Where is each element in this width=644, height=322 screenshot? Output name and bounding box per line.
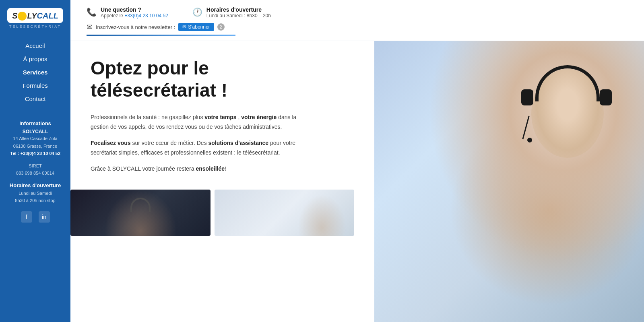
para3-end: ! bbox=[225, 165, 226, 172]
nav-formules[interactable]: Formules bbox=[0, 80, 70, 91]
envelope-small-icon: ✉ bbox=[182, 24, 186, 30]
hero-paragraph2: Focalisez vous sur votre cœur de métier.… bbox=[91, 138, 300, 158]
para1-bold2: votre énergie bbox=[241, 114, 277, 120]
siret-label: SIRET bbox=[5, 163, 66, 169]
address-line1: 14 Allée Cascade Zola bbox=[5, 135, 66, 142]
hours-line1: Lundi au Samedi bbox=[5, 190, 66, 197]
para3-bold: ensoleillée bbox=[196, 165, 225, 172]
hero-title: Optez pour le télésecrétariat ! bbox=[91, 57, 300, 101]
newsletter-label: Inscrivez-vous à notre newsletter : bbox=[96, 24, 175, 30]
nav-accueil[interactable]: Accueil bbox=[0, 41, 70, 51]
hours-title: Horaires d'ouverture bbox=[10, 182, 61, 188]
headset-right-cup bbox=[600, 89, 612, 105]
hours-sub: Lundi au Samedi : 8h30 – 20h bbox=[206, 13, 271, 19]
subscribe-label: S'abonner bbox=[188, 24, 210, 30]
logo-ly-text: LY bbox=[27, 11, 37, 21]
info-title: Informations bbox=[5, 120, 66, 126]
thumb-row bbox=[70, 190, 354, 236]
phone-sub: Appelez le +33(0)4 23 10 04 52 bbox=[101, 13, 168, 19]
hero-paragraph1: Professionnels de la santé : ne gaspille… bbox=[91, 113, 300, 132]
thumb2-person bbox=[298, 194, 346, 236]
clock-icon: 🕐 bbox=[192, 7, 202, 17]
social-links: f in bbox=[21, 211, 50, 223]
para1-pre: Professionnels de la santé : ne gaspille… bbox=[91, 114, 204, 120]
headset-left-cup bbox=[521, 89, 533, 105]
para1-bold1: votre temps bbox=[204, 114, 236, 120]
para2-bold1: Focalisez vous bbox=[91, 140, 131, 146]
topbar-row1: 📞 Une question ? Appelez le +33(0)4 23 1… bbox=[87, 6, 628, 19]
nav-services[interactable]: Services bbox=[0, 67, 70, 77]
hero-content: Optez pour le télésecrétariat ! Professi… bbox=[70, 41, 374, 322]
hours-line2: 8h30 à 20h non stop bbox=[5, 197, 66, 204]
thumb1-person bbox=[104, 190, 177, 236]
person-figure bbox=[515, 53, 620, 194]
nav-contact[interactable]: Contact bbox=[0, 94, 70, 104]
topbar-hours-item: 🕐 Horaires d'ouverture Lundi au Samedi :… bbox=[192, 6, 271, 19]
main-content: 📞 Une question ? Appelez le +33(0)4 23 1… bbox=[70, 0, 644, 322]
siret-number: 883 698 854 00014 bbox=[5, 170, 66, 177]
hero-image-panel bbox=[374, 41, 644, 322]
address-line2: 06130 Grasse, France bbox=[5, 143, 66, 150]
envelope-icon: ✉ bbox=[87, 23, 93, 31]
logo-sun-icon bbox=[18, 12, 27, 21]
logo-area: S LY CALL TÉLÉSECRÉTARIAT bbox=[3, 8, 67, 29]
tel-number: Tél : +33(0)4 23 10 04 52 bbox=[5, 150, 66, 157]
logo-subtitle: TÉLÉSECRÉTARIAT bbox=[9, 25, 61, 29]
sidebar-divider bbox=[7, 117, 64, 117]
mic-arm bbox=[522, 116, 529, 140]
sidebar-info: Informations SOLYCALL 14 Allée Cascade Z… bbox=[0, 120, 70, 178]
subscribe-button[interactable]: ✉ S'abonner bbox=[178, 23, 214, 31]
topbar-phone-item: 📞 Une question ? Appelez le +33(0)4 23 1… bbox=[87, 6, 168, 19]
sidebar: S LY CALL TÉLÉSECRÉTARIAT Accueil À prop… bbox=[0, 0, 70, 322]
logo-call-text: CALL bbox=[37, 11, 58, 21]
logo: S LY CALL bbox=[7, 8, 63, 23]
blue-divider bbox=[87, 35, 235, 36]
para2-bold2: solutions d'assistance bbox=[208, 140, 269, 146]
hours-label: Horaires d'ouverture bbox=[206, 6, 271, 13]
hero-title-line2: télésecrétariat ! bbox=[91, 80, 227, 101]
appelez-text: Appelez le bbox=[101, 13, 124, 19]
nav-apropos[interactable]: À propos bbox=[0, 54, 70, 64]
logo-sol-text: S bbox=[12, 11, 17, 21]
company-name: SOLYCALL bbox=[5, 129, 66, 134]
topbar: 📞 Une question ? Appelez le +33(0)4 23 1… bbox=[70, 0, 644, 41]
para1-mid: , bbox=[237, 114, 242, 120]
hero-title-line1: Optez pour le bbox=[91, 58, 209, 78]
mic-head bbox=[527, 138, 532, 142]
main-nav: Accueil À propos Services Formules Conta… bbox=[0, 41, 70, 104]
facebook-icon[interactable]: f bbox=[21, 211, 32, 223]
content-area: Optez pour le télésecrétariat ! Professi… bbox=[70, 41, 644, 322]
question-label: Une question ? bbox=[101, 6, 168, 13]
phone-icon: 📞 bbox=[87, 7, 97, 17]
headset-band bbox=[535, 65, 600, 101]
hero-paragraph3: Grâce à SOLYCALL votre journée restera e… bbox=[91, 164, 300, 174]
thumbnail-1 bbox=[70, 190, 211, 236]
linkedin-icon[interactable]: in bbox=[39, 211, 50, 223]
para3-pre: Grâce à SOLYCALL votre journée restera bbox=[91, 165, 196, 172]
subscribe-badge: 2 bbox=[217, 23, 225, 31]
thumbnail-2 bbox=[215, 190, 355, 236]
hours-info: Lundi au Samedi 8h30 à 20h non stop bbox=[0, 190, 70, 205]
phone-link[interactable]: +33(0)4 23 10 04 52 bbox=[124, 13, 168, 19]
para2-post: sur votre cœur de métier. Des bbox=[131, 140, 208, 146]
topbar-newsletter-row: ✉ Inscrivez-vous à notre newsletter : ✉ … bbox=[87, 23, 628, 31]
